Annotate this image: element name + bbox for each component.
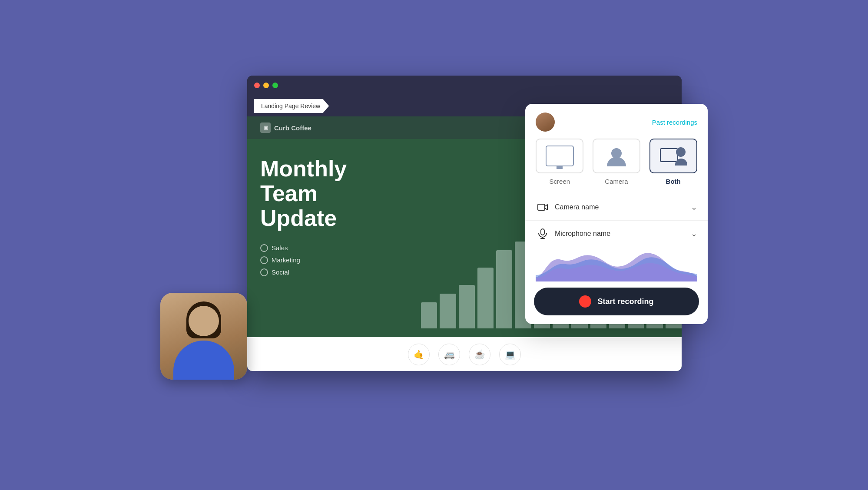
maximize-button[interactable]	[272, 83, 278, 88]
landing-list: Sales Marketing Social	[260, 244, 408, 276]
camera-video-icon	[536, 200, 550, 214]
body	[173, 341, 234, 380]
list-circle-icon	[260, 256, 268, 264]
recording-type-options: Screen Camera	[525, 139, 708, 194]
list-item: Sales	[260, 244, 408, 252]
breadcrumb[interactable]: Landing Page Review	[254, 99, 329, 113]
audio-waveform	[536, 247, 697, 281]
face	[189, 306, 219, 336]
landing-logo: ▣ Curb Coffee	[260, 122, 311, 133]
start-recording-label: Start recording	[597, 297, 653, 306]
svg-rect-0	[538, 204, 545, 210]
chevron-down-icon: ⌄	[691, 229, 697, 238]
screen-icon	[546, 146, 574, 166]
avatar-person	[160, 293, 247, 380]
panel-header: Past recordings	[525, 104, 708, 139]
microphone-icon	[536, 227, 550, 241]
list-circle-icon	[260, 244, 268, 252]
start-recording-button[interactable]: Start recording	[534, 288, 699, 315]
both-option[interactable]: Both	[649, 139, 697, 185]
both-label: Both	[666, 178, 681, 185]
list-circle-icon	[260, 268, 268, 276]
landing-left: Monthly Team Update Sales Marketing	[247, 139, 421, 371]
camera-option[interactable]: Camera	[593, 139, 640, 185]
microphone-dropdown-label: Microphone name	[555, 230, 686, 238]
svg-rect-1	[541, 229, 544, 235]
list-item: Marketing	[260, 256, 408, 264]
screen-label: Screen	[550, 178, 570, 185]
panel-avatar	[536, 113, 555, 132]
camera-label: Camera	[605, 178, 628, 185]
avatar	[160, 293, 247, 380]
list-item: Social	[260, 268, 408, 276]
bottom-icon-2: 🚐	[438, 344, 460, 365]
logo-icon: ▣	[260, 122, 271, 133]
bottom-icon-3: ☕	[469, 344, 490, 365]
close-button[interactable]	[254, 83, 260, 88]
browser-titlebar	[247, 76, 682, 95]
minimize-button[interactable]	[263, 83, 269, 88]
microphone-dropdown[interactable]: Microphone name ⌄	[525, 220, 708, 247]
camera-dropdown-label: Camera name	[555, 203, 686, 211]
record-dot-icon	[579, 295, 591, 308]
both-icon-box	[649, 139, 697, 173]
bottom-icon-4: 💻	[499, 344, 521, 365]
camera-icon-box	[593, 139, 640, 173]
past-recordings-link[interactable]: Past recordings	[652, 119, 697, 126]
recording-panel: Past recordings Screen Camera	[525, 104, 708, 324]
screen-option[interactable]: Screen	[536, 139, 583, 185]
camera-dropdown[interactable]: Camera name ⌄	[525, 194, 708, 220]
chevron-down-icon: ⌄	[691, 202, 697, 212]
avatar-image	[536, 113, 555, 132]
screen-icon-box	[536, 139, 583, 173]
landing-title: Monthly Team Update	[260, 156, 408, 231]
